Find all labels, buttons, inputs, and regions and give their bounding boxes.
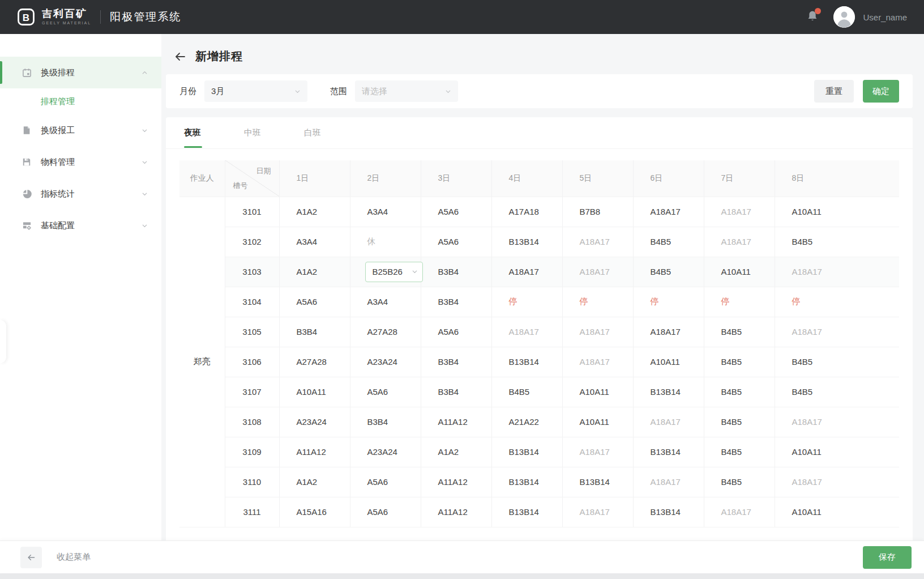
schedule-cell[interactable]: A18A17 [633, 467, 704, 497]
schedule-cell[interactable]: 停 [562, 287, 633, 317]
schedule-cell[interactable]: A23A24 [350, 437, 421, 467]
schedule-cell[interactable]: A10A11 [775, 437, 899, 467]
schedule-cell[interactable]: A11A12 [279, 437, 350, 467]
schedule-cell[interactable]: A5A6 [350, 467, 421, 497]
schedule-cell[interactable]: A23A24 [279, 407, 350, 437]
schedule-cell[interactable]: A15A16 [279, 497, 350, 527]
schedule-cell[interactable]: B13B14 [633, 377, 704, 407]
cell-select[interactable]: B25B26 [365, 262, 423, 282]
save-button[interactable]: 保存 [863, 546, 912, 569]
schedule-cell[interactable]: B13B14 [562, 467, 633, 497]
schedule-cell[interactable]: A11A12 [421, 407, 491, 437]
schedule-cell[interactable]: B4B5 [704, 407, 775, 437]
schedule-cell[interactable]: A3A4 [350, 287, 421, 317]
schedule-cell[interactable]: A5A6 [421, 317, 491, 347]
schedule-cell[interactable]: A10A11 [775, 497, 899, 527]
schedule-cell[interactable]: A5A6 [350, 497, 421, 527]
schedule-cell[interactable]: A11A12 [421, 497, 491, 527]
schedule-cell[interactable]: 停 [633, 287, 704, 317]
schedule-cell[interactable]: A18A17 [562, 347, 633, 377]
schedule-cell[interactable]: B3B4 [421, 347, 491, 377]
schedule-cell[interactable]: A10A11 [704, 257, 775, 287]
notification-bell-icon[interactable] [806, 10, 819, 25]
schedule-cell[interactable]: A18A17 [633, 317, 704, 347]
schedule-cell[interactable]: B3B4 [350, 407, 421, 437]
schedule-cell[interactable]: A3A4 [279, 227, 350, 257]
sidebar-item-schedule[interactable]: 换级排程 [0, 57, 161, 88]
schedule-cell[interactable]: A18A17 [562, 257, 633, 287]
schedule-cell[interactable]: A23A24 [350, 347, 421, 377]
schedule-cell[interactable]: A21A22 [491, 407, 562, 437]
schedule-cell[interactable]: A18A17 [704, 197, 775, 227]
schedule-cell[interactable]: B4B5 [704, 437, 775, 467]
schedule-cell[interactable]: A18A17 [491, 257, 562, 287]
schedule-cell[interactable]: A18A17 [562, 497, 633, 527]
drawer-handle[interactable] [0, 320, 6, 363]
schedule-cell[interactable]: A10A11 [562, 377, 633, 407]
schedule-cell[interactable]: A18A17 [562, 317, 633, 347]
schedule-cell[interactable]: A18A17 [775, 407, 899, 437]
schedule-cell[interactable]: B3B4 [279, 317, 350, 347]
schedule-cell[interactable]: A18A17 [775, 257, 899, 287]
schedule-cell[interactable]: B13B14 [491, 497, 562, 527]
schedule-cell[interactable]: A10A11 [279, 377, 350, 407]
tab-day[interactable]: 白班 [304, 127, 321, 138]
collapse-menu-button[interactable] [20, 547, 42, 568]
schedule-cell[interactable]: A10A11 [775, 197, 899, 227]
schedule-cell[interactable]: B4B5 [775, 377, 899, 407]
schedule-cell[interactable]: 停 [704, 287, 775, 317]
schedule-cell[interactable]: B4B5 [633, 257, 704, 287]
schedule-cell[interactable]: A1A2 [279, 257, 350, 287]
schedule-cell[interactable]: A5A6 [421, 197, 491, 227]
sidebar-subitem-schedule-management[interactable]: 排程管理 [0, 88, 161, 114]
schedule-cell[interactable]: B13B14 [491, 227, 562, 257]
schedule-cell[interactable]: B4B5 [775, 347, 899, 377]
schedule-cell[interactable]: 停 [491, 287, 562, 317]
schedule-cell[interactable]: B13B14 [633, 437, 704, 467]
schedule-cell[interactable]: A18A17 [704, 497, 775, 527]
schedule-cell[interactable]: A1A2 [279, 467, 350, 497]
schedule-cell[interactable]: A5A6 [350, 377, 421, 407]
schedule-cell[interactable]: A18A17 [704, 227, 775, 257]
schedule-cell[interactable]: B3B4 [421, 377, 491, 407]
schedule-cell[interactable]: B13B14 [491, 467, 562, 497]
schedule-cell[interactable]: A5A6 [421, 227, 491, 257]
schedule-cell[interactable]: A18A17 [633, 407, 704, 437]
schedule-cell[interactable]: B13B14 [491, 347, 562, 377]
sidebar-item-report[interactable]: 换级报工 [0, 114, 161, 146]
schedule-cell[interactable]: A1A2 [279, 197, 350, 227]
schedule-cell[interactable]: A10A11 [562, 407, 633, 437]
schedule-cell[interactable]: B4B5 [775, 227, 899, 257]
schedule-cell[interactable]: A10A11 [633, 347, 704, 377]
schedule-cell[interactable]: A18A17 [633, 197, 704, 227]
sidebar-item-material[interactable]: 物料管理 [0, 146, 161, 178]
back-arrow-icon[interactable] [174, 51, 186, 62]
schedule-cell[interactable]: A18A17 [562, 437, 633, 467]
schedule-cell[interactable]: B13B14 [491, 437, 562, 467]
schedule-cell[interactable]: B4B5 [704, 317, 775, 347]
range-select[interactable]: 请选择 [355, 80, 458, 102]
sidebar-item-config[interactable]: 基础配置 [0, 210, 161, 241]
reset-button[interactable]: 重置 [814, 80, 854, 103]
schedule-cell[interactable]: A27A28 [279, 347, 350, 377]
schedule-cell[interactable]: 休 [350, 227, 421, 257]
schedule-cell[interactable]: B13B14 [633, 497, 704, 527]
schedule-cell[interactable]: A18A17 [775, 317, 899, 347]
month-select[interactable]: 3月 [204, 80, 307, 102]
schedule-cell[interactable]: A11A12 [421, 467, 491, 497]
schedule-cell[interactable]: B4B5 [704, 347, 775, 377]
schedule-cell[interactable]: A5A6 [279, 287, 350, 317]
schedule-cell[interactable]: B7B8 [562, 197, 633, 227]
schedule-cell[interactable]: A3A4 [350, 197, 421, 227]
tab-night[interactable]: 夜班 [184, 127, 201, 138]
schedule-cell[interactable]: A18A17 [491, 317, 562, 347]
schedule-cell[interactable]: A27A28 [350, 317, 421, 347]
avatar[interactable] [833, 6, 855, 28]
sidebar-item-stats[interactable]: 指标统计 [0, 178, 161, 210]
schedule-cell[interactable]: A17A18 [491, 197, 562, 227]
tab-middle[interactable]: 中班 [244, 127, 261, 138]
schedule-cell[interactable]: A18A17 [562, 227, 633, 257]
schedule-cell[interactable]: B3B4 [421, 257, 491, 287]
schedule-cell[interactable]: A1A2 [421, 437, 491, 467]
schedule-cell[interactable]: B4B5 [491, 377, 562, 407]
